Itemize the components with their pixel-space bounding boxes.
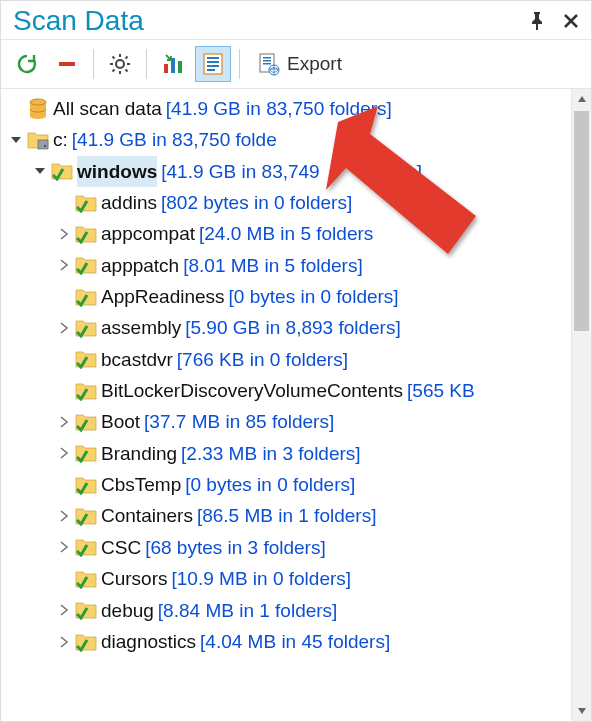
svg-rect-2 bbox=[164, 64, 168, 73]
tree-root[interactable]: All scan data [41.9 GB in 83,750 folders… bbox=[5, 93, 571, 124]
folder-check-icon bbox=[73, 567, 99, 591]
svg-rect-9 bbox=[207, 69, 215, 71]
expand-icon[interactable] bbox=[55, 445, 73, 461]
node-stats: [802 bytes in 0 folders] bbox=[161, 187, 352, 218]
scroll-thumb[interactable] bbox=[574, 111, 589, 331]
expand-icon[interactable] bbox=[55, 226, 73, 242]
vertical-scrollbar[interactable] bbox=[571, 89, 591, 721]
tree-node[interactable]: appcompat[24.0 MB in 5 folders bbox=[5, 218, 571, 249]
node-stats: [2.33 MB in 3 folders] bbox=[181, 438, 361, 469]
node-stats: [8.01 MB in 5 folders] bbox=[183, 250, 363, 281]
node-stats: [8.84 MB in 1 folders] bbox=[158, 595, 338, 626]
folder-check-icon bbox=[73, 285, 99, 309]
node-stats: [41.9 GB in 83,750 folders] bbox=[166, 93, 392, 124]
tree-node[interactable]: Containers[86.5 MB in 1 folders] bbox=[5, 500, 571, 531]
scroll-down-button[interactable] bbox=[572, 701, 591, 721]
node-name: BitLockerDiscoveryVolumeContents bbox=[101, 375, 403, 406]
tree-node-selected[interactable]: windows [41.9 GB in 83,749 lders] bbox=[5, 156, 571, 187]
export-label: Export bbox=[287, 53, 342, 75]
node-name: Boot bbox=[101, 406, 140, 437]
folder-check-icon bbox=[73, 504, 99, 528]
node-name: bcastdvr bbox=[101, 344, 173, 375]
expand-icon[interactable] bbox=[55, 414, 73, 430]
tree-node[interactable]: apppatch[8.01 MB in 5 folders] bbox=[5, 250, 571, 281]
folder-check-icon bbox=[73, 253, 99, 277]
tree-node[interactable]: diagnostics[4.04 MB in 45 folders] bbox=[5, 626, 571, 657]
node-name: appcompat bbox=[101, 218, 195, 249]
svg-point-18 bbox=[44, 145, 46, 147]
tree-view[interactable]: All scan data [41.9 GB in 83,750 folders… bbox=[1, 89, 571, 721]
export-button[interactable]: Export bbox=[248, 46, 351, 82]
node-stats: [68 bytes in 3 folders] bbox=[145, 532, 326, 563]
node-stats: [41.9 GB in 83,750 folde bbox=[72, 124, 277, 155]
node-stats: [766 KB in 0 folders] bbox=[177, 344, 348, 375]
settings-button[interactable] bbox=[102, 46, 138, 82]
node-stats: [5.90 GB in 8,893 folders] bbox=[185, 312, 400, 343]
node-name: apppatch bbox=[101, 250, 179, 281]
chart-view-button[interactable] bbox=[155, 46, 191, 82]
tree-node[interactable]: Boot[37.7 MB in 85 folders] bbox=[5, 406, 571, 437]
scroll-up-button[interactable] bbox=[572, 89, 591, 109]
node-name: Cursors bbox=[101, 563, 168, 594]
pin-icon[interactable] bbox=[527, 11, 547, 31]
expand-icon[interactable] bbox=[55, 257, 73, 273]
expand-icon[interactable] bbox=[55, 634, 73, 650]
tree-node[interactable]: AppReadiness[0 bytes in 0 folders] bbox=[5, 281, 571, 312]
svg-rect-17 bbox=[38, 140, 48, 149]
node-name: c: bbox=[53, 124, 68, 155]
folder-check-icon bbox=[73, 316, 99, 340]
expand-icon[interactable] bbox=[55, 602, 73, 618]
folder-check-icon bbox=[73, 379, 99, 403]
svg-rect-12 bbox=[263, 60, 271, 62]
svg-rect-11 bbox=[263, 57, 271, 59]
node-name: debug bbox=[101, 595, 154, 626]
tree-node[interactable]: bcastdvr[766 KB in 0 folders] bbox=[5, 344, 571, 375]
expand-icon[interactable] bbox=[55, 539, 73, 555]
folder-check-icon bbox=[73, 630, 99, 654]
toolbar-separator bbox=[146, 49, 147, 79]
folder-check-icon bbox=[73, 441, 99, 465]
collapse-icon[interactable] bbox=[7, 132, 25, 148]
tree-node[interactable]: CSC[68 bytes in 3 folders] bbox=[5, 532, 571, 563]
node-stats: [0 bytes in 0 folders] bbox=[229, 281, 399, 312]
tree-node[interactable]: Cursors[10.9 MB in 0 folders] bbox=[5, 563, 571, 594]
close-icon[interactable] bbox=[561, 11, 581, 31]
node-stats-continued: lders] bbox=[376, 156, 422, 187]
node-name: Branding bbox=[101, 438, 177, 469]
folder-check-icon bbox=[73, 191, 99, 215]
database-icon bbox=[25, 97, 51, 121]
tree-node[interactable]: debug[8.84 MB in 1 folders] bbox=[5, 595, 571, 626]
svg-point-1 bbox=[116, 60, 124, 68]
tree-node[interactable]: BitLockerDiscoveryVolumeContents[565 KB bbox=[5, 375, 571, 406]
node-stats: [565 KB bbox=[407, 375, 475, 406]
node-name: All scan data bbox=[53, 93, 162, 124]
toolbar: Export bbox=[1, 40, 591, 89]
list-view-button[interactable] bbox=[195, 46, 231, 82]
drive-folder-icon bbox=[25, 128, 51, 152]
node-stats: [10.9 MB in 0 folders] bbox=[172, 563, 352, 594]
tree-node[interactable]: Branding[2.33 MB in 3 folders] bbox=[5, 438, 571, 469]
node-name: CSC bbox=[101, 532, 141, 563]
node-stats: [37.7 MB in 85 folders] bbox=[144, 406, 334, 437]
node-stats: [24.0 MB in 5 folders bbox=[199, 218, 373, 249]
svg-rect-13 bbox=[263, 63, 271, 65]
expand-icon[interactable] bbox=[55, 320, 73, 336]
collapse-icon[interactable] bbox=[31, 163, 49, 179]
node-name: diagnostics bbox=[101, 626, 196, 657]
folder-check-icon bbox=[73, 222, 99, 246]
folder-check-icon bbox=[73, 347, 99, 371]
tree-node[interactable]: addins[802 bytes in 0 folders] bbox=[5, 187, 571, 218]
tree-node[interactable]: CbsTemp[0 bytes in 0 folders] bbox=[5, 469, 571, 500]
node-stats: [4.04 MB in 45 folders] bbox=[200, 626, 390, 657]
tree-node[interactable]: assembly[5.90 GB in 8,893 folders] bbox=[5, 312, 571, 343]
node-stats: [0 bytes in 0 folders] bbox=[185, 469, 355, 500]
folder-check-icon bbox=[73, 535, 99, 559]
remove-button[interactable] bbox=[49, 46, 85, 82]
folder-check-icon bbox=[73, 410, 99, 434]
toolbar-separator bbox=[93, 49, 94, 79]
svg-rect-7 bbox=[207, 61, 219, 63]
refresh-button[interactable] bbox=[9, 46, 45, 82]
node-name: windows bbox=[77, 156, 157, 187]
tree-node-drive[interactable]: c: [41.9 GB in 83,750 folde bbox=[5, 124, 571, 155]
expand-icon[interactable] bbox=[55, 508, 73, 524]
